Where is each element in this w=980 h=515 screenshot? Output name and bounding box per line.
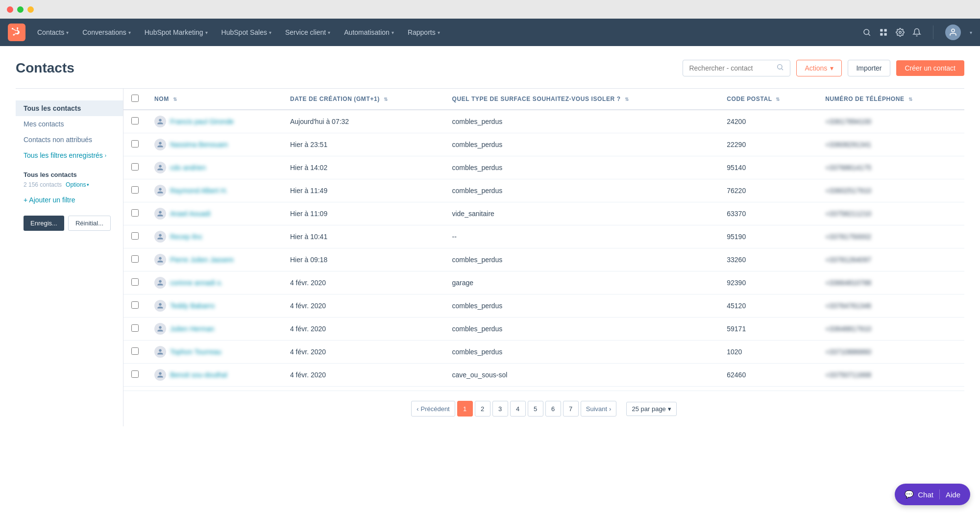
- contact-name-cell[interactable]: Recep Ilnc: [147, 225, 282, 248]
- row-checkbox[interactable]: [131, 370, 139, 378]
- row-checkbox-cell[interactable]: [123, 179, 147, 202]
- page-button-4[interactable]: 4: [510, 401, 526, 417]
- nav-automation[interactable]: Automatisation ▾: [338, 25, 400, 40]
- sidebar-saved-filters[interactable]: Tous les filtres enregistrés ›: [16, 147, 123, 163]
- page-button-6[interactable]: 6: [545, 401, 561, 417]
- col-date[interactable]: DATE DE CRÉATION (GMT+1) ⇅: [282, 89, 444, 110]
- row-checkbox-cell[interactable]: [123, 225, 147, 248]
- close-dot[interactable]: [7, 6, 13, 13]
- chat-widget[interactable]: 💬 Chat Aide: [895, 484, 970, 505]
- page-button-3[interactable]: 3: [492, 401, 508, 417]
- nav-service[interactable]: Service client ▾: [279, 25, 336, 40]
- contact-name-text[interactable]: Anael Aouadi: [170, 210, 211, 218]
- contact-name-cell[interactable]: Nassima Benouam: [147, 133, 282, 156]
- maximize-dot[interactable]: [27, 6, 34, 13]
- col-surface[interactable]: QUEL TYPE DE SURFACE SOUHAITEZ-VOUS ISOL…: [444, 89, 719, 110]
- col-name[interactable]: NOM ⇅: [147, 89, 282, 110]
- prev-page-button[interactable]: ‹ Précédent: [411, 401, 455, 417]
- contact-name-text[interactable]: Benoit sou-douthal: [170, 371, 227, 379]
- row-checkbox[interactable]: [131, 117, 139, 124]
- col-phone[interactable]: NUMÉRO DE TÉLÉPHONE ⇅: [817, 89, 964, 110]
- actions-button[interactable]: Actions ▾: [796, 60, 842, 76]
- page-button-2[interactable]: 2: [475, 401, 490, 417]
- row-checkbox[interactable]: [131, 209, 139, 217]
- row-checkbox-cell[interactable]: [123, 294, 147, 318]
- options-button[interactable]: Options ▾: [66, 181, 89, 188]
- row-checkbox[interactable]: [131, 140, 139, 147]
- contact-name-cell[interactable]: Pierre Julien Jassem: [147, 248, 282, 271]
- row-checkbox-cell[interactable]: [123, 341, 147, 364]
- col-postal[interactable]: CODE POSTAL ⇅: [719, 89, 817, 110]
- contact-name-cell[interactable]: Teddy Babarro: [147, 294, 282, 318]
- chevron-down-icon: ▾: [269, 30, 271, 35]
- contact-name-text[interactable]: Recep Ilnc: [170, 233, 202, 241]
- search-icon[interactable]: [862, 28, 871, 37]
- settings-icon[interactable]: [896, 28, 905, 37]
- sidebar-item-all-contacts[interactable]: Tous les contacts: [16, 100, 123, 116]
- row-checkbox-cell[interactable]: [123, 318, 147, 341]
- user-avatar[interactable]: [945, 25, 961, 40]
- next-page-button[interactable]: Suivant ›: [581, 401, 617, 417]
- page-button-5[interactable]: 5: [528, 401, 543, 417]
- minimize-dot[interactable]: [17, 6, 24, 13]
- contact-name-cell[interactable]: Julien Herman: [147, 318, 282, 341]
- row-checkbox-cell[interactable]: [123, 248, 147, 271]
- nav-contacts[interactable]: Contacts ▾: [31, 25, 74, 40]
- contact-name-cell[interactable]: cdo andrien: [147, 156, 282, 179]
- search-input[interactable]: [689, 64, 772, 72]
- contact-name-cell[interactable]: Benoit sou-douthal: [147, 364, 282, 387]
- row-checkbox[interactable]: [131, 232, 139, 240]
- table-row: Benoit sou-douthal 4 févr. 2020 cave_ou_…: [123, 364, 964, 387]
- row-checkbox[interactable]: [131, 255, 139, 263]
- page-button-1[interactable]: 1: [457, 401, 473, 417]
- contact-name-text[interactable]: Julien Herman: [170, 325, 214, 333]
- row-checkbox-cell[interactable]: [123, 110, 147, 133]
- nav-conversations[interactable]: Conversations ▾: [76, 25, 137, 40]
- contact-name-text[interactable]: Nassima Benouam: [170, 141, 228, 148]
- page-button-7[interactable]: 7: [563, 401, 579, 417]
- search-box[interactable]: [683, 60, 790, 76]
- create-contact-button[interactable]: Créer un contact: [896, 60, 965, 76]
- sidebar-item-my-contacts[interactable]: Mes contacts: [16, 116, 123, 132]
- add-filter-button[interactable]: + Ajouter un filtre: [16, 192, 123, 208]
- contact-name-cell[interactable]: Tophon Tourreau: [147, 341, 282, 364]
- contact-name-cell[interactable]: Raymond Albert H.: [147, 179, 282, 202]
- contact-name-text[interactable]: corinne annadi o.: [170, 279, 222, 287]
- row-checkbox-cell[interactable]: [123, 364, 147, 387]
- save-button[interactable]: Enregis...: [24, 216, 64, 231]
- reset-button[interactable]: Réinitial...: [68, 216, 111, 231]
- chevron-down-icon: ▾: [87, 182, 89, 187]
- contact-name-text[interactable]: cdo andrien: [170, 164, 206, 172]
- select-all-header[interactable]: [123, 89, 147, 110]
- avatar-chevron[interactable]: ▾: [970, 30, 972, 35]
- per-page-selector[interactable]: 25 par page ▾: [626, 402, 676, 416]
- grid-icon[interactable]: [879, 28, 888, 37]
- contact-name-cell[interactable]: Anael Aouadi: [147, 202, 282, 225]
- contact-name-text[interactable]: Tophon Tourreau: [170, 348, 221, 356]
- row-checkbox[interactable]: [131, 347, 139, 355]
- contact-name-text[interactable]: Pierre Julien Jassem: [170, 256, 234, 264]
- row-checkbox-cell[interactable]: [123, 271, 147, 294]
- contact-name-cell[interactable]: Francis paul Gironde: [147, 110, 282, 133]
- contact-name-text[interactable]: Francis paul Gironde: [170, 118, 234, 125]
- import-button[interactable]: Importer: [848, 60, 890, 76]
- contact-name-text[interactable]: Raymond Albert H.: [170, 187, 228, 195]
- contact-postal-cell: 92390: [719, 271, 817, 294]
- row-checkbox-cell[interactable]: [123, 156, 147, 179]
- row-checkbox[interactable]: [131, 324, 139, 332]
- contact-name-cell[interactable]: corinne annadi o.: [147, 271, 282, 294]
- row-checkbox[interactable]: [131, 301, 139, 309]
- nav-sales[interactable]: HubSpot Sales ▾: [216, 25, 277, 40]
- row-checkbox[interactable]: [131, 163, 139, 171]
- nav-reports[interactable]: Rapports ▾: [402, 25, 446, 40]
- hubspot-logo[interactable]: [8, 24, 25, 41]
- notifications-icon[interactable]: [912, 28, 921, 37]
- row-checkbox[interactable]: [131, 278, 139, 286]
- row-checkbox[interactable]: [131, 186, 139, 194]
- sidebar-item-unattributed[interactable]: Contacts non attribués: [16, 132, 123, 147]
- row-checkbox-cell[interactable]: [123, 202, 147, 225]
- select-all-checkbox[interactable]: [131, 95, 139, 102]
- contact-name-text[interactable]: Teddy Babarro: [170, 302, 215, 310]
- nav-marketing[interactable]: HubSpot Marketing ▾: [139, 25, 214, 40]
- row-checkbox-cell[interactable]: [123, 133, 147, 156]
